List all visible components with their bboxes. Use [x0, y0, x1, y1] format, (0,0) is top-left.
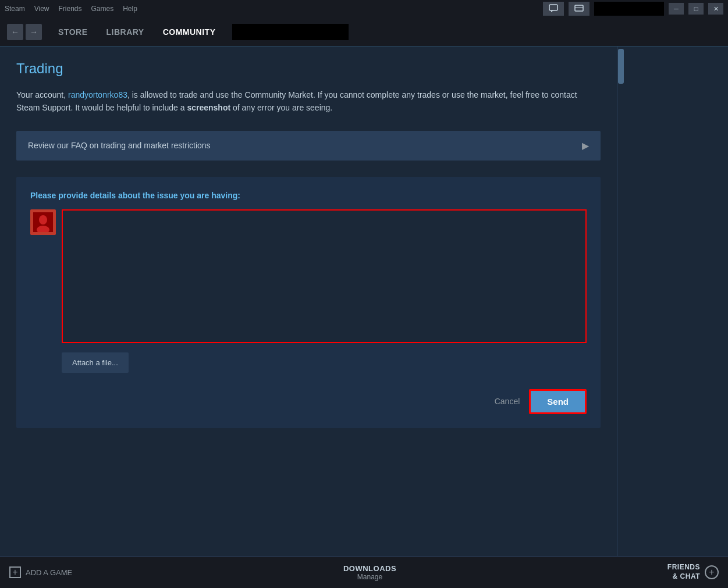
nav-store[interactable]: STORE: [49, 24, 97, 40]
username-link[interactable]: randyortonrko83: [68, 90, 127, 99]
faq-text: Review our FAQ on trading and market res…: [28, 141, 211, 150]
downloads-subtitle: Manage: [343, 573, 396, 581]
main-content: Trading Your account, randyortonrko83, i…: [0, 47, 728, 556]
menu-help[interactable]: Help: [123, 5, 137, 13]
attach-file-button[interactable]: Attach a file...: [62, 352, 129, 373]
desc-prefix: Your account,: [16, 90, 68, 99]
title-bar-controls: ─ □ ✕: [543, 2, 723, 16]
close-button[interactable]: ✕: [708, 3, 723, 15]
back-button[interactable]: ←: [7, 24, 23, 40]
minimize-button[interactable]: ─: [669, 3, 684, 15]
svg-rect-1: [575, 5, 583, 11]
cancel-button[interactable]: Cancel: [495, 397, 520, 406]
menu-games[interactable]: Games: [91, 5, 114, 13]
downloads-area[interactable]: DOWNLOADS Manage: [343, 564, 396, 581]
add-game-label: ADD A GAME: [26, 568, 72, 577]
content-area: Trading Your account, randyortonrko83, i…: [0, 47, 617, 556]
title-bar-menus: Steam View Friends Games Help: [5, 5, 137, 13]
restore-button[interactable]: □: [688, 3, 704, 15]
avatar: [30, 209, 56, 235]
form-label: Please provide details about the issue y…: [30, 191, 587, 200]
friends-chat-button[interactable]: FRIENDS& CHAT +: [667, 563, 719, 581]
message-textarea[interactable]: [62, 209, 587, 343]
attach-section: Attach a file...: [30, 352, 587, 384]
notification-icon-btn[interactable]: [569, 2, 589, 16]
title-bar: Steam View Friends Games Help ─ □ ✕: [0, 0, 728, 17]
friends-chat-label: FRIENDS& CHAT: [667, 563, 700, 581]
nav-library[interactable]: LIBRARY: [97, 24, 153, 40]
forward-button[interactable]: →: [26, 24, 42, 40]
friends-chat-plus-icon: +: [705, 565, 719, 579]
menu-steam[interactable]: Steam: [5, 5, 25, 13]
desc-suffix2: of any error you are seeing.: [230, 103, 332, 112]
scrollbar-track[interactable]: [617, 49, 624, 84]
add-game-button[interactable]: + ADD A GAME: [9, 566, 72, 578]
faq-box[interactable]: Review our FAQ on trading and market res…: [16, 131, 601, 161]
downloads-title: DOWNLOADS: [343, 564, 396, 573]
send-button[interactable]: Send: [529, 389, 587, 414]
svg-rect-0: [549, 5, 557, 10]
form-section: Please provide details about the issue y…: [16, 177, 601, 428]
screenshot-bold: screenshot: [187, 103, 230, 112]
nav-bar: ← → STORE LIBRARY COMMUNITY: [0, 17, 728, 47]
description-text: Your account, randyortonrko83, is allowe…: [16, 88, 601, 115]
textarea-row: [30, 209, 587, 343]
form-buttons: Cancel Send: [30, 384, 587, 414]
nav-search-box: [232, 24, 349, 40]
scrollbar-thumb[interactable]: [618, 49, 624, 84]
svg-point-4: [39, 215, 47, 224]
nav-links: STORE LIBRARY COMMUNITY: [49, 24, 225, 40]
nav-community[interactable]: COMMUNITY: [154, 24, 225, 40]
faq-arrow-icon: ▶: [582, 140, 589, 151]
page-title: Trading: [16, 60, 601, 77]
chat-icon-btn[interactable]: [543, 2, 564, 16]
screenshot-area: [594, 2, 664, 16]
add-game-icon: +: [9, 566, 21, 578]
menu-view[interactable]: View: [34, 5, 49, 13]
right-sidebar: [617, 47, 727, 556]
bottom-bar: + ADD A GAME DOWNLOADS Manage FRIENDS& C…: [0, 556, 728, 588]
menu-friends[interactable]: Friends: [58, 5, 81, 13]
